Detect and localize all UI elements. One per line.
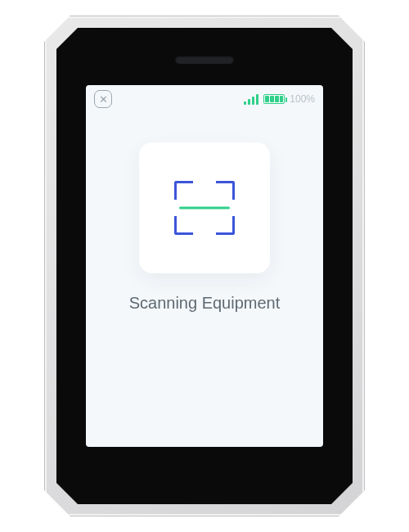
speaker-grille <box>175 56 234 64</box>
scan-line <box>179 207 230 210</box>
screen: ✕ 100% <box>86 85 323 447</box>
page-title: Scanning Equipment <box>86 294 323 313</box>
status-right: 100% <box>244 93 315 105</box>
signal-icon <box>244 93 258 105</box>
scan-card <box>139 142 270 273</box>
device-chassis: ✕ 100% <box>44 16 365 516</box>
close-icon: ✕ <box>99 94 108 105</box>
battery-icon <box>263 94 285 104</box>
battery-percent: 100% <box>290 93 315 105</box>
status-bar: ✕ 100% <box>86 85 323 113</box>
close-button[interactable]: ✕ <box>94 90 112 108</box>
scan-reticle-icon <box>174 181 235 235</box>
device-bezel: ✕ 100% <box>56 28 353 504</box>
